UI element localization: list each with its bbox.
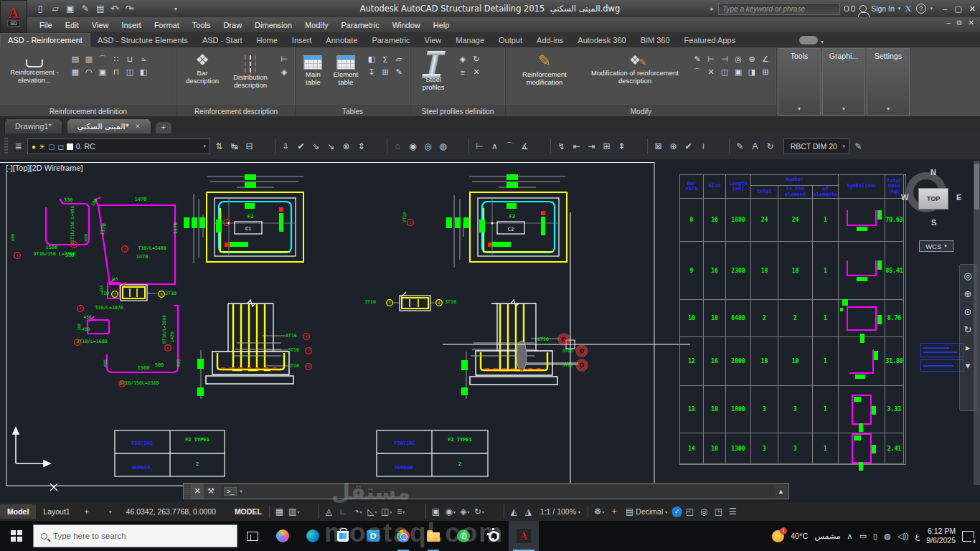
workspace-gear-icon[interactable]: ☸▾ xyxy=(591,504,607,519)
menu-item[interactable]: Edit xyxy=(59,19,85,31)
model-tab[interactable]: Model xyxy=(0,504,36,519)
new-tab-button[interactable]: + xyxy=(156,122,171,133)
command-close-icon[interactable]: ✕ xyxy=(191,484,204,499)
profile-rotate-icon[interactable]: ↻ xyxy=(470,53,483,65)
collapsed-panel-settings[interactable]: Settings ▾ xyxy=(867,48,910,116)
edge-button[interactable] xyxy=(298,521,328,551)
menu-item[interactable]: Help xyxy=(427,19,456,31)
modify-half-icon[interactable]: ◨ xyxy=(745,66,758,78)
dimension-arc-length-icon[interactable]: ⌒ xyxy=(502,138,517,154)
app-menu-button[interactable]: A SD xyxy=(0,0,27,33)
profile-tag-icon[interactable]: ◈ xyxy=(456,53,469,65)
toolbar-grip[interactable] xyxy=(4,138,8,155)
panel-label[interactable]: Tables xyxy=(296,105,410,116)
collapsed-panel-tools[interactable]: Tools ▾ xyxy=(778,48,821,116)
redo-icon[interactable]: ↷▾ xyxy=(123,2,136,15)
layer-on-icon[interactable]: ◉ xyxy=(405,138,420,154)
distribution-description-button[interactable]: Distribution description xyxy=(227,50,273,90)
command-grip[interactable] xyxy=(184,484,191,499)
open-folder-icon[interactable]: ▱ xyxy=(48,2,61,15)
dim-style-edit-icon[interactable]: ✎ xyxy=(851,138,866,154)
menu-item[interactable]: Parametric xyxy=(334,19,385,31)
help-search-input[interactable]: Type a keyword or phrase xyxy=(718,3,840,15)
dimension-angular-icon[interactable]: ∡ xyxy=(517,138,532,154)
bar-description-button[interactable]: ❖ Bar description xyxy=(182,50,223,85)
ribbon-tab[interactable]: Autodesk 360 xyxy=(570,34,633,47)
sign-in-button[interactable]: Sign In ▾ xyxy=(859,4,900,13)
showmotion-icon[interactable]: ▸ xyxy=(966,342,971,353)
new-layout-button[interactable]: + xyxy=(77,504,96,519)
weather-icon[interactable]: 1 xyxy=(772,530,784,542)
element-table-button[interactable]: Element table xyxy=(331,50,361,87)
tablet-mode-icon[interactable]: ▭ xyxy=(859,532,867,541)
modify-delete-icon[interactable]: ✕ xyxy=(705,66,717,78)
dimension-update-icon[interactable]: ↻ xyxy=(763,138,778,154)
panel-label[interactable]: Reinforcement definition xyxy=(0,105,176,116)
minimize-button[interactable]: – xyxy=(943,4,947,14)
ribbon-tab[interactable]: Add-ins xyxy=(529,34,570,47)
viewcube-west[interactable]: W xyxy=(901,193,908,202)
tag-small-icon[interactable]: ◈ xyxy=(278,66,291,78)
rebar-point-array-icon[interactable]: ∷ xyxy=(110,53,123,65)
menu-item[interactable]: Window xyxy=(386,19,427,31)
distribution-dim-icon[interactable]: ⊢ xyxy=(278,53,291,65)
table-note-icon[interactable]: ✎ xyxy=(392,66,405,78)
chrome-button[interactable] xyxy=(388,521,418,551)
new-file-icon[interactable]: ▯ xyxy=(33,2,46,15)
qat-customize-icon[interactable]: ▾ xyxy=(169,2,182,15)
menu-item[interactable]: Dimension xyxy=(248,19,298,31)
ribbon-tab[interactable]: Parametric xyxy=(364,34,417,47)
modify-fill-icon[interactable]: ▣ xyxy=(732,66,745,78)
dynamic-ucs-icon[interactable]: ↻▾ xyxy=(472,504,486,519)
modify-pencil-icon[interactable]: ✎ xyxy=(691,53,704,65)
ribbon-tab[interactable]: ASD - Reinforcement xyxy=(0,33,90,47)
selection-cycling-icon[interactable]: ◉▾ xyxy=(443,504,458,519)
ribbon-tab[interactable]: BIM 360 xyxy=(633,34,677,47)
layer-match-icon[interactable]: ✔ xyxy=(293,138,308,154)
table-export-icon[interactable]: ↧ xyxy=(365,66,378,78)
weather-desc[interactable]: مشمس xyxy=(815,532,841,541)
taskbar-search-input[interactable]: Type here to search xyxy=(33,524,237,547)
viewcube-north[interactable]: N xyxy=(930,168,936,176)
layer-off-icon[interactable]: ◌ xyxy=(390,138,405,154)
task-view-button[interactable] xyxy=(237,521,268,551)
modify-window-icon[interactable]: ◫ xyxy=(718,66,731,78)
rebar-profile-icon[interactable]: ◧ xyxy=(137,66,150,78)
save-icon[interactable]: ▣ xyxy=(63,2,76,15)
ortho-mode-icon[interactable]: ∟ xyxy=(336,504,351,519)
modify-center-icon[interactable]: ⊕ xyxy=(745,53,758,65)
isodraft-icon[interactable]: ◺▾ xyxy=(365,504,380,519)
customization-menu-icon[interactable]: ☰ xyxy=(725,504,740,519)
ribbon-tab[interactable]: ASD - Structure Elements xyxy=(90,34,195,47)
view-cube[interactable]: N W E S TOP xyxy=(903,169,963,230)
viewcube-top-face[interactable]: TOP xyxy=(918,188,948,209)
dimension-baseline-icon[interactable]: ⇤ xyxy=(569,138,584,154)
fullscreen-icon[interactable]: ◳ xyxy=(711,504,725,519)
layer-isolate-icon[interactable]: ⇅ xyxy=(212,138,227,154)
tab-close-icon[interactable]: ✕ xyxy=(135,123,141,130)
dimension-jog-line-icon[interactable]: ≀ xyxy=(696,138,711,154)
viewport-controls[interactable]: [-][Top][2D Wireframe] xyxy=(6,164,83,172)
modify-nx-icon[interactable]: ⊣ xyxy=(718,53,731,65)
clock[interactable]: 6:12 PM 9/6/2025 xyxy=(926,527,956,545)
exchange-apps-icon[interactable]: X xyxy=(905,3,911,14)
rebar-hook-icon[interactable]: ⊓ xyxy=(110,66,123,78)
layer-walk-icon[interactable]: ⇩ xyxy=(278,138,293,154)
file-explorer-button[interactable] xyxy=(418,521,448,551)
language-indicator[interactable]: ع xyxy=(915,532,920,541)
layer-copy-icon[interactable]: ⇘ xyxy=(308,138,324,154)
file-tab-drawing1[interactable]: Drawing1* xyxy=(4,118,62,133)
close-button[interactable]: ✕ xyxy=(969,4,976,14)
layer-lock-fade-icon[interactable]: ⇕ xyxy=(354,138,369,154)
steel-profiles-button[interactable]: Steel profiles xyxy=(415,50,452,92)
copilot-button[interactable] xyxy=(268,521,298,551)
table-sheet-icon[interactable]: ▱ xyxy=(392,53,405,65)
dim-style-combo[interactable]: RBCT DIM 20 ▾ xyxy=(783,138,849,154)
layer-unlock-icon[interactable]: ◍ xyxy=(435,138,451,154)
doc-restore-icon[interactable]: ⧉ xyxy=(956,19,961,27)
dimension-space-icon[interactable]: ⊞ xyxy=(599,138,614,154)
rebar-cross-section-icon[interactable]: ▤ xyxy=(69,53,82,65)
network-icon[interactable]: ◍ xyxy=(884,532,891,541)
units-control[interactable]: ▤Decimal▾ xyxy=(621,507,672,517)
modify-arc-icon[interactable]: ⌒ xyxy=(691,66,704,78)
